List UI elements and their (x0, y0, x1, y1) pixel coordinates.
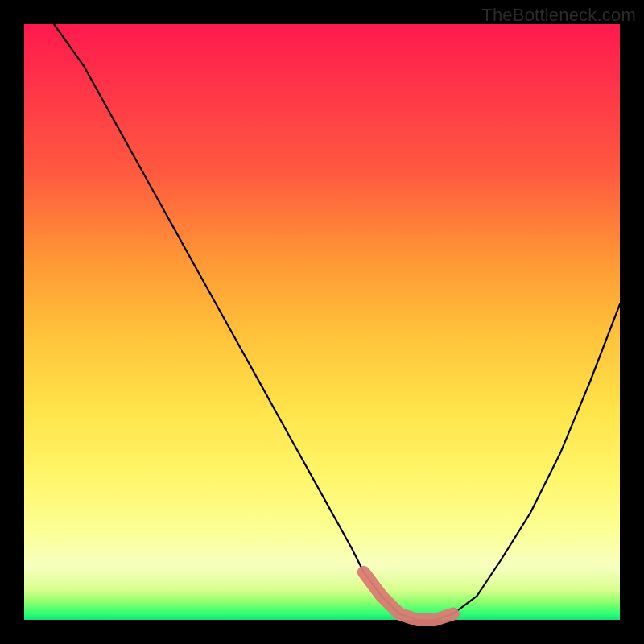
chart-svg (24, 24, 620, 620)
chart-frame: TheBottleneck.com (0, 0, 644, 644)
bottleneck-curve (54, 24, 620, 620)
watermark-text: TheBottleneck.com (481, 5, 636, 26)
optimal-band-marker (364, 572, 453, 620)
